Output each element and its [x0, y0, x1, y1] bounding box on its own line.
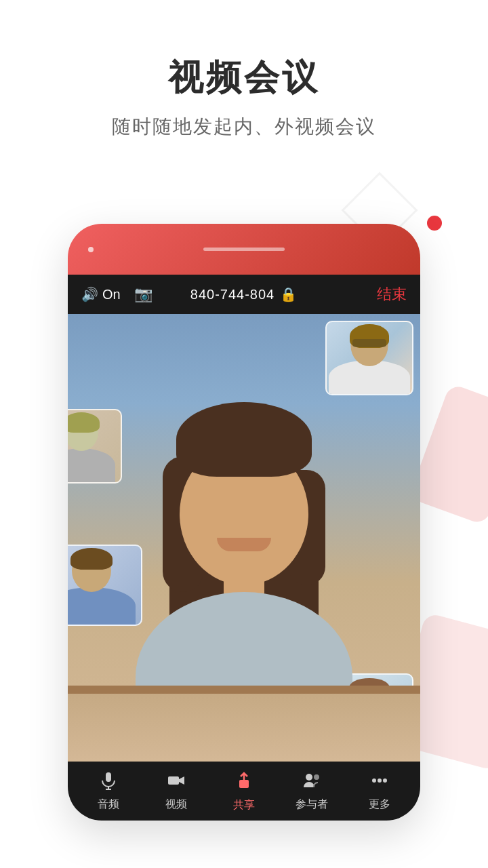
toolbar-more[interactable]: 更多	[346, 771, 413, 812]
phone-mockup: 🔊 On 📷 840-744-804 🔒 结束	[68, 224, 420, 821]
phone-top-bar	[68, 224, 420, 275]
decorative-dot	[427, 216, 442, 231]
svg-point-8	[372, 778, 376, 783]
svg-rect-4	[239, 780, 249, 788]
thumbnail-left-mid	[68, 409, 122, 484]
participants-icon	[302, 771, 321, 793]
audio-icon	[99, 771, 118, 793]
lock-icon: 🔒	[280, 286, 298, 302]
speaker-icon: 🔊	[81, 286, 98, 302]
svg-point-7	[314, 774, 319, 780]
more-label: 更多	[369, 797, 390, 812]
audio-on-label: On	[102, 287, 121, 302]
toolbar-share[interactable]: 共享	[210, 770, 278, 812]
video-icon	[167, 771, 186, 793]
toolbar-video[interactable]: 视频	[142, 771, 210, 812]
thumbnail-top-right	[325, 321, 413, 395]
main-video-area	[68, 314, 420, 762]
thumbnail-bottom-left	[68, 545, 142, 626]
bottom-toolbar: 音频 视频 共享	[68, 762, 420, 821]
audio-label: 音频	[98, 797, 119, 812]
svg-rect-0	[106, 772, 111, 782]
page-subtitle: 随时随地发起内、外视频会议	[0, 114, 488, 140]
toolbar-participants[interactable]: 参与者	[278, 771, 346, 812]
participants-label: 参与者	[296, 797, 328, 812]
call-status-bar: 🔊 On 📷 840-744-804 🔒 结束	[68, 275, 420, 314]
phone-notch	[88, 247, 94, 252]
phone-status-line	[203, 248, 285, 251]
video-label: 视频	[165, 797, 187, 812]
share-icon	[234, 770, 254, 794]
page-title: 视频会议	[0, 54, 488, 102]
meeting-id: 840-744-804 🔒	[190, 286, 298, 302]
end-call-button[interactable]: 结束	[377, 284, 407, 304]
svg-point-9	[378, 778, 382, 783]
svg-point-6	[306, 774, 312, 781]
audio-status: 🔊 On	[81, 286, 121, 302]
toolbar-audio[interactable]: 音频	[75, 771, 142, 812]
svg-point-10	[383, 778, 387, 783]
more-icon	[370, 771, 389, 793]
share-label: 共享	[233, 798, 255, 812]
meeting-id-text: 840-744-804	[190, 287, 274, 302]
camera-icon: 📷	[134, 285, 152, 303]
decorative-shape-right	[409, 383, 488, 526]
svg-rect-3	[168, 776, 179, 785]
